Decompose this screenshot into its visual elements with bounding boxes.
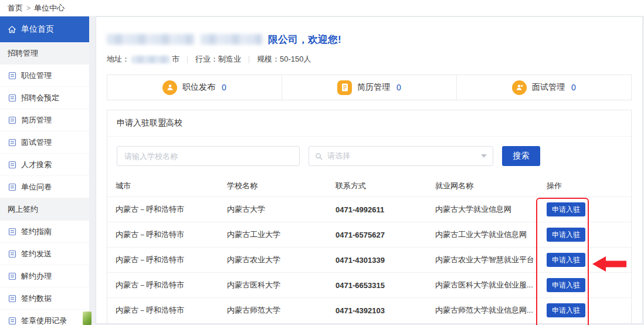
document-icon xyxy=(8,116,16,124)
stat-position-publish[interactable]: 职位发布 0 xyxy=(107,75,282,100)
sidebar: 单位首页 招聘管理 职位管理 招聘会预定 简历管理 面试管理 人才搜索 单位问卷 xyxy=(0,16,89,325)
cell-school: 内蒙古工业大学 xyxy=(227,229,335,240)
select-placeholder: 请选择 xyxy=(327,151,350,161)
divider xyxy=(187,56,188,63)
stat-value: 0 xyxy=(222,83,226,92)
document-icon xyxy=(8,249,16,258)
cell-site: 内蒙古工业大学就业信息网 xyxy=(435,229,547,240)
cell-city: 内蒙古－呼和浩特市 xyxy=(116,305,227,316)
sidebar-item-talent-search[interactable]: 人才搜索 xyxy=(0,154,89,176)
sidebar-item-label: 单位问卷 xyxy=(21,182,52,192)
col-action: 操作 xyxy=(547,181,623,191)
document-icon xyxy=(8,294,16,303)
sidebar-item-label: 人才搜索 xyxy=(21,160,52,170)
cell-city: 内蒙古－呼和浩特市 xyxy=(116,229,227,240)
apply-button[interactable]: 申请入驻 xyxy=(547,278,585,292)
table-row: 内蒙古－呼和浩特市 内蒙古工业大学 0471-6575627 内蒙古工业大学就业… xyxy=(107,222,631,247)
document-icon xyxy=(8,93,16,102)
home-icon xyxy=(8,25,16,34)
sidebar-item-label: 面试管理 xyxy=(21,137,52,148)
interview-management-icon xyxy=(512,80,527,95)
document-icon xyxy=(8,272,16,280)
breadcrumb-separator: > xyxy=(26,4,30,12)
apply-button[interactable]: 申请入驻 xyxy=(547,253,585,267)
cell-school: 内蒙古医科大学 xyxy=(227,280,335,290)
document-icon xyxy=(8,71,16,80)
app-window: 首页 > 单位中心 单位首页 招聘管理 职位管理 招聘会预定 简历管理 xyxy=(0,0,644,325)
col-city: 城市 xyxy=(116,181,227,191)
table-row: 内蒙古－呼和浩特市 内蒙古大学 0471-4992611 内蒙古大学就业信息网 … xyxy=(107,197,631,222)
cell-city: 内蒙古－呼和浩特市 xyxy=(116,255,227,265)
sidebar-item-label: 单位首页 xyxy=(21,24,54,35)
divider xyxy=(249,56,249,63)
cell-site: 内蒙古大学就业信息网 xyxy=(435,204,547,215)
redacted-address xyxy=(131,56,170,63)
panel-title: 申请入驻联盟高校 xyxy=(107,110,631,137)
col-contact: 联系方式 xyxy=(335,181,435,191)
chevron-down-icon xyxy=(481,154,487,158)
sidebar-item-position-management[interactable]: 职位管理 xyxy=(0,65,89,87)
search-row: 请选择 搜索 xyxy=(117,146,622,166)
sidebar-section-online-signing[interactable]: 网上签约 xyxy=(0,198,89,221)
stat-value: 0 xyxy=(571,83,576,92)
cell-school: 内蒙古大学 xyxy=(227,204,335,215)
sidebar-item-seal-usage-record[interactable]: 签章使用记录 xyxy=(0,310,89,325)
sidebar-item-signing-send[interactable]: 签约发送 xyxy=(0,243,89,265)
table-header: 城市 学校名称 联系方式 就业网名称 操作 xyxy=(107,175,631,197)
cell-school: 内蒙古农业大学 xyxy=(227,255,335,265)
col-school: 学校名称 xyxy=(227,181,335,191)
cell-site: 内蒙古师范大学就业信息网... xyxy=(435,305,547,316)
sidebar-item-label: 解约办理 xyxy=(21,271,52,282)
breadcrumb: 首页 > 单位中心 xyxy=(8,3,65,13)
welcome-header: 限公司，欢迎您! xyxy=(107,32,642,46)
stat-label: 面试管理 xyxy=(532,82,565,93)
cell-contact: 0471-6575627 xyxy=(335,231,435,239)
cell-site: 内蒙古医科大学就业创业服... xyxy=(435,280,547,290)
sidebar-section-recruit-management[interactable]: 招聘管理 xyxy=(0,42,89,65)
sidebar-item-unit-home[interactable]: 单位首页 xyxy=(0,16,89,42)
address-visible-text: 市 xyxy=(172,54,179,65)
sidebar-item-termination-handling[interactable]: 解约办理 xyxy=(0,265,89,287)
apply-button[interactable]: 申请入驻 xyxy=(547,202,585,216)
table-row: 内蒙古－呼和浩特市 内蒙古农业大学 0471-4301339 内蒙古农业大学智慧… xyxy=(107,247,631,272)
university-alliance-panel: 申请入驻联盟高校 请选择 搜索 城市 学校名称 联系方式 就业网名称 操作 xyxy=(107,110,632,324)
stat-label: 职位发布 xyxy=(182,82,215,93)
sidebar-item-signing-guide[interactable]: 签约指南 xyxy=(0,221,89,243)
stat-resume-management[interactable]: 简历管理 0 xyxy=(282,75,456,100)
school-name-input[interactable] xyxy=(117,146,300,166)
breadcrumb-home[interactable]: 首页 xyxy=(8,3,23,13)
main-content: 限公司，欢迎您! 地址： 市 行业：制造业 规模：50-150人 职位发布 0 xyxy=(96,16,643,324)
stat-value: 0 xyxy=(396,83,401,92)
document-icon xyxy=(8,227,16,236)
region-select[interactable]: 请选择 xyxy=(309,146,493,166)
address-label: 地址： xyxy=(107,54,130,65)
sidebar-item-jobfair-booking[interactable]: 招聘会预定 xyxy=(0,87,89,109)
sidebar-item-label: 签约指南 xyxy=(21,226,52,237)
breadcrumb-current: 单位中心 xyxy=(34,3,65,13)
cell-site: 内蒙古农业大学智慧就业平台 xyxy=(435,255,547,265)
search-button[interactable]: 搜索 xyxy=(502,146,540,166)
resume-management-icon xyxy=(337,80,352,95)
document-icon xyxy=(8,160,16,169)
sidebar-item-resume-management[interactable]: 简历管理 xyxy=(0,109,89,131)
apply-button[interactable]: 申请入驻 xyxy=(547,303,585,317)
sidebar-section-label: 招聘管理 xyxy=(8,48,38,59)
background-decor xyxy=(83,312,91,325)
document-icon xyxy=(8,138,16,147)
redacted-company-name xyxy=(107,34,195,45)
apply-button[interactable]: 申请入驻 xyxy=(547,228,585,242)
table-row: 内蒙古－呼和浩特市 内蒙古师范大学 0471-4392103 内蒙古师范大学就业… xyxy=(107,297,631,323)
stat-interview-management[interactable]: 面试管理 0 xyxy=(456,75,631,100)
sidebar-item-label: 职位管理 xyxy=(21,70,52,81)
stat-label: 简历管理 xyxy=(357,82,390,93)
cell-school: 内蒙古师范大学 xyxy=(227,305,335,316)
sidebar-item-signing-data[interactable]: 签约数据 xyxy=(0,287,89,310)
sidebar-item-label: 签章使用记录 xyxy=(21,316,67,325)
search-icon xyxy=(315,153,323,160)
sidebar-item-label: 简历管理 xyxy=(21,115,52,126)
sidebar-item-interview-management[interactable]: 面试管理 xyxy=(0,131,89,154)
annotation-arrow-icon xyxy=(591,255,628,276)
sidebar-item-unit-questionnaire[interactable]: 单位问卷 xyxy=(0,176,89,198)
scale-text: 规模：50-150人 xyxy=(257,54,311,65)
industry-text: 行业：制造业 xyxy=(195,54,241,65)
